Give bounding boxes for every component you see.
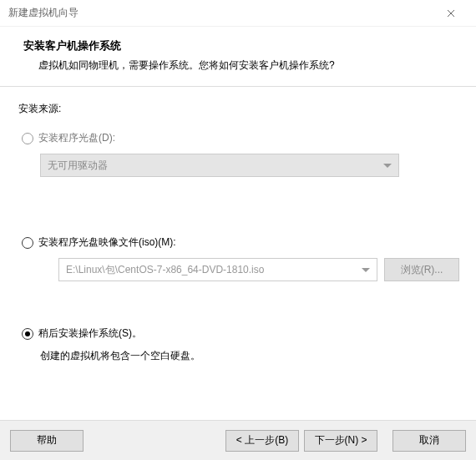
page-subtitle: 虚拟机如同物理机，需要操作系统。您将如何安装客户机操作系统? <box>23 58 459 73</box>
back-button[interactable]: < 上一步(B) <box>225 430 299 452</box>
wizard-header: 安装客户机操作系统 虚拟机如同物理机，需要操作系统。您将如何安装客户机操作系统? <box>0 27 476 87</box>
close-icon <box>447 9 455 18</box>
disc-drive-dropdown[interactable]: 无可用驱动器 <box>40 154 399 177</box>
radio-disc[interactable]: 安装程序光盘(D): <box>22 131 459 145</box>
radio-icon <box>22 237 33 249</box>
disc-drive-value: 无可用驱动器 <box>48 159 108 173</box>
next-button[interactable]: 下一步(N) > <box>304 430 377 452</box>
radio-later-label: 稍后安装操作系统(S)。 <box>38 326 142 341</box>
radio-icon <box>22 328 33 340</box>
option-later-description: 创建的虚拟机将包含一个空白硬盘。 <box>40 349 459 363</box>
iso-path-value: E:\Linux\包\CentOS-7-x86_64-DVD-1810.iso <box>66 263 264 277</box>
radio-later[interactable]: 稍后安装操作系统(S)。 <box>22 326 459 341</box>
browse-button[interactable]: 浏览(R)... <box>384 258 459 281</box>
radio-iso[interactable]: 安装程序光盘映像文件(iso)(M): <box>22 235 459 250</box>
chevron-down-icon <box>383 159 392 171</box>
wizard-body: 安装来源: 安装程序光盘(D): 无可用驱动器 安装程序光盘映像文件(iso)(… <box>0 87 476 382</box>
chevron-down-icon <box>362 264 370 275</box>
titlebar: 新建虚拟机向导 <box>0 0 476 27</box>
close-button[interactable] <box>434 2 468 25</box>
radio-disc-label: 安装程序光盘(D): <box>38 131 115 145</box>
window-title: 新建虚拟机向导 <box>8 6 434 20</box>
option-later: 稍后安装操作系统(S)。 创建的虚拟机将包含一个空白硬盘。 <box>18 326 459 363</box>
radio-icon <box>22 133 33 144</box>
cancel-button[interactable]: 取消 <box>392 430 466 452</box>
option-disc: 安装程序光盘(D): 无可用驱动器 <box>18 131 459 177</box>
option-iso: 安装程序光盘映像文件(iso)(M): E:\Linux\包\CentOS-7-… <box>18 235 459 281</box>
help-button[interactable]: 帮助 <box>10 430 84 452</box>
radio-iso-label: 安装程序光盘映像文件(iso)(M): <box>38 235 176 250</box>
wizard-footer: 帮助 < 上一步(B) 下一步(N) > 取消 <box>0 420 476 460</box>
install-source-label: 安装来源: <box>18 102 459 116</box>
page-title: 安装客户机操作系统 <box>23 38 459 53</box>
iso-path-dropdown[interactable]: E:\Linux\包\CentOS-7-x86_64-DVD-1810.iso <box>58 258 377 281</box>
